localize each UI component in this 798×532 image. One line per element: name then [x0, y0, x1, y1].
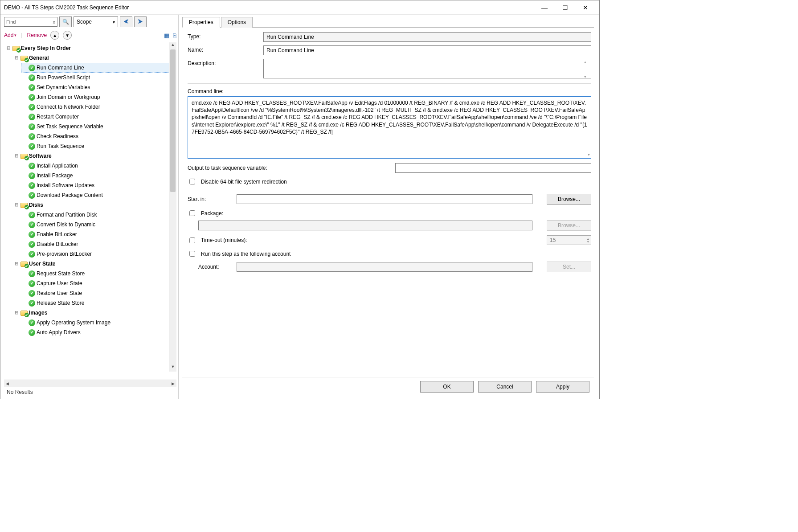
tab-options[interactable]: Options	[221, 17, 253, 28]
scope-dropdown[interactable]: Scope ▾	[74, 16, 118, 27]
maximize-button[interactable]: ☐	[555, 1, 575, 14]
check-icon: ✓	[29, 74, 35, 81]
tree-step[interactable]: ·✓Install Application	[21, 161, 176, 171]
toolbar-icon-1[interactable]: ▦	[164, 32, 169, 39]
nav-next-button[interactable]: ⮞	[134, 16, 147, 27]
commandline-field[interactable]: cmd.exe /c REG ADD HKEY_CLASSES_ROOT\XEV…	[188, 96, 591, 159]
package-field	[198, 221, 532, 230]
tree-step[interactable]: ·✓Restore User State	[21, 288, 176, 298]
tab-bar: Properties Options	[182, 16, 594, 28]
apply-button[interactable]: Apply	[536, 381, 589, 393]
nav-prev-button[interactable]: ⮜	[120, 16, 132, 27]
tree-step[interactable]: ·✓Run PowerShell Script	[21, 73, 176, 82]
check-icon: ✓	[29, 114, 35, 120]
tree-group[interactable]: ⊟Images	[13, 308, 176, 318]
tree-group[interactable]: ⊟Disks	[13, 200, 176, 210]
check-icon: ✓	[29, 270, 35, 277]
tree-step[interactable]: ·✓Download Package Content	[21, 190, 176, 200]
commandline-label: Command line:	[188, 88, 591, 94]
tree-step[interactable]: ·✓Run Command Line	[21, 63, 176, 73]
tree-group[interactable]: ⊟User State	[13, 259, 176, 269]
tree-view[interactable]: ⊟Every Step In Order⊟General·✓Run Comman…	[4, 42, 176, 380]
check-icon: ✓	[29, 241, 35, 248]
tree-root-node[interactable]: ⊟Every Step In Order	[5, 43, 176, 53]
package-label: Package:	[201, 210, 223, 217]
package-checkbox[interactable]	[189, 210, 195, 216]
check-icon: ✓	[29, 290, 35, 297]
tree-step[interactable]: ·✓Release State Store	[21, 298, 176, 308]
timeout-checkbox[interactable]	[189, 237, 195, 243]
dialog-buttons: OK Cancel Apply	[182, 377, 594, 396]
ok-button[interactable]: OK	[420, 381, 474, 393]
close-button[interactable]: ✕	[575, 1, 596, 14]
check-icon: ✓	[29, 221, 35, 228]
description-field[interactable]	[263, 59, 591, 78]
expand-all-button[interactable]: ▼	[63, 31, 72, 40]
tree-step[interactable]: ·✓Connect to Network Folder	[21, 102, 176, 112]
arrow-right-icon: ⮞	[138, 19, 143, 25]
tab-properties[interactable]: Properties	[182, 17, 220, 28]
toolbar-icon-2[interactable]: ⎘	[173, 32, 176, 39]
check-icon: ✓	[29, 133, 35, 140]
runas-checkbox[interactable]	[189, 251, 195, 257]
clear-find-icon[interactable]: x	[53, 19, 56, 25]
check-icon: ✓	[29, 329, 35, 336]
tree-group[interactable]: ⊟Software	[13, 151, 176, 161]
check-icon: ✓	[29, 65, 35, 71]
left-pane: Find x 🔍 Scope ▾ ⮜ ⮞ Add ▾ | Remove ▲ ▼ …	[0, 15, 179, 399]
output-var-field[interactable]	[395, 163, 591, 173]
account-label: Account:	[198, 264, 232, 270]
check-icon: ✓	[29, 104, 35, 110]
tree-step[interactable]: ·✓Enable BitLocker	[21, 229, 176, 239]
folder-icon	[20, 310, 28, 316]
titlebar: DEMO - All TS Steps CM2002 Task Sequence…	[0, 0, 599, 15]
type-field	[263, 32, 591, 42]
tree-step[interactable]: ·✓Capture User State	[21, 278, 176, 288]
tree-step[interactable]: ·✓Restart Computer	[21, 112, 176, 122]
set-account-button: Set...	[547, 262, 591, 272]
tree-step[interactable]: ·✓Run Task Sequence	[21, 141, 176, 151]
tree-scrollbar-horizontal[interactable]: ◀▶	[4, 380, 176, 387]
name-field[interactable]	[263, 45, 591, 55]
output-var-label: Output to task sequence variable:	[188, 165, 267, 171]
check-icon: ✓	[29, 143, 35, 150]
tree-step[interactable]: ·✓Apply Operating System Image	[21, 318, 176, 327]
tree-group[interactable]: ⊟General	[13, 53, 176, 63]
tree-step[interactable]: ·✓Install Package	[21, 171, 176, 180]
name-label: Name:	[188, 45, 259, 53]
tree-step[interactable]: ·✓Set Dynamic Variables	[21, 82, 176, 92]
tree-step[interactable]: ·✓Check Readiness	[21, 131, 176, 141]
tree-scrollbar-vertical[interactable]: ▲▼	[169, 42, 176, 372]
collapse-all-button[interactable]: ▲	[50, 31, 59, 40]
tree-step[interactable]: ·✓Convert Disk to Dynamic	[21, 220, 176, 229]
tree-step[interactable]: ·✓Pre-provision BitLocker	[21, 249, 176, 259]
add-menu[interactable]: Add ▾	[4, 32, 16, 38]
cancel-button[interactable]: Cancel	[478, 381, 532, 393]
tree-step[interactable]: ·✓Join Domain or Workgroup	[21, 92, 176, 102]
tree-step[interactable]: ·✓Format and Partition Disk	[21, 210, 176, 220]
browse-startin-button[interactable]: Browse...	[547, 194, 591, 205]
folder-icon	[20, 55, 28, 61]
tree-step[interactable]: ·✓Auto Apply Drivers	[21, 327, 176, 337]
tree-step[interactable]: ·✓Install Software Updates	[21, 180, 176, 190]
remove-button[interactable]: Remove	[27, 32, 47, 38]
check-icon: ✓	[29, 212, 35, 218]
check-icon: ✓	[29, 94, 35, 101]
folder-icon	[20, 202, 28, 208]
status-text: No Results	[4, 387, 176, 397]
check-icon: ✓	[29, 231, 35, 238]
disable-64-checkbox[interactable]	[189, 179, 195, 184]
find-input[interactable]: Find x	[4, 17, 57, 27]
minimize-button[interactable]: —	[534, 1, 555, 14]
window-title: DEMO - All TS Steps CM2002 Task Sequence…	[4, 4, 534, 11]
check-icon: ✓	[29, 84, 35, 91]
startin-field[interactable]	[237, 194, 532, 204]
tree-step[interactable]: ·✓Set Task Sequence Variable	[21, 122, 176, 131]
check-icon: ✓	[29, 192, 35, 199]
check-icon: ✓	[29, 172, 35, 179]
folder-icon	[12, 45, 20, 51]
tree-step[interactable]: ·✓Disable BitLocker	[21, 239, 176, 249]
check-icon: ✓	[29, 319, 35, 326]
search-button[interactable]: 🔍	[59, 16, 72, 27]
tree-step[interactable]: ·✓Request State Store	[21, 269, 176, 278]
